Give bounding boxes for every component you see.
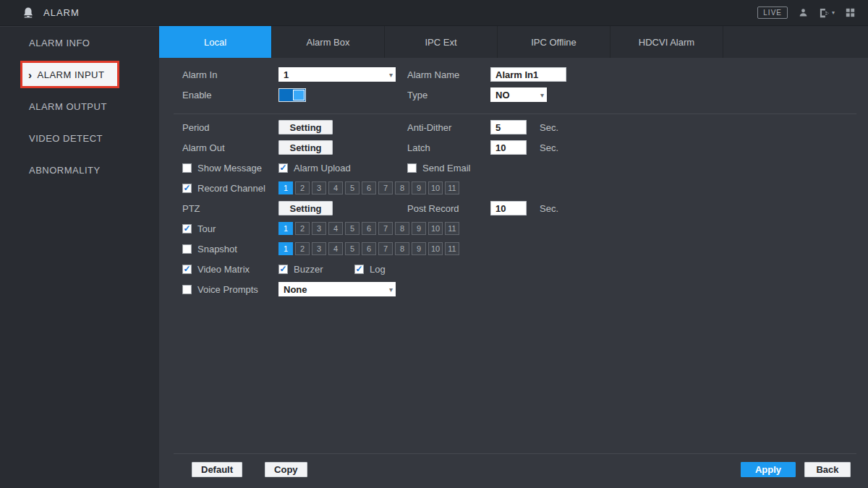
sidebar-item-label: ALARM INFO xyxy=(29,38,90,48)
alarm-out-setting-button[interactable]: Setting xyxy=(278,140,333,155)
channel-button-5[interactable]: 5 xyxy=(345,242,359,255)
log-label: Log xyxy=(370,264,386,275)
channel-button-10[interactable]: 10 xyxy=(428,181,443,194)
channel-button-7[interactable]: 7 xyxy=(378,181,393,194)
alarm-name-input[interactable] xyxy=(490,67,566,82)
send-email-checkbox[interactable] xyxy=(407,163,417,173)
channel-button-6[interactable]: 6 xyxy=(362,222,376,235)
latch-input[interactable] xyxy=(490,140,527,155)
alarm-bell-icon xyxy=(22,7,35,20)
show-message-checkbox[interactable] xyxy=(182,163,192,173)
tab-hdcvi-alarm[interactable]: HDCVI Alarm xyxy=(610,26,723,58)
channel-button-1[interactable]: 1 xyxy=(278,222,293,235)
channel-button-4[interactable]: 4 xyxy=(328,222,343,235)
channel-button-4[interactable]: 4 xyxy=(328,181,343,194)
tab-ipc-ext[interactable]: IPC Ext xyxy=(385,26,498,58)
type-value: NO xyxy=(495,90,510,100)
channel-button-11[interactable]: 11 xyxy=(445,242,459,255)
row-record-channel: Record Channel 1234567891011 xyxy=(182,178,868,198)
row-matrix-buzzer-log: Video Matrix Buzzer Log xyxy=(182,259,868,279)
channel-button-6[interactable]: 6 xyxy=(362,181,376,194)
live-button[interactable]: LIVE xyxy=(757,7,788,19)
channel-button-8[interactable]: 8 xyxy=(395,242,409,255)
channel-button-2[interactable]: 2 xyxy=(295,181,310,194)
channel-button-9[interactable]: 9 xyxy=(412,181,426,194)
channel-button-4[interactable]: 4 xyxy=(328,242,343,255)
ptz-label: PTZ xyxy=(182,203,278,214)
channel-button-11[interactable]: 11 xyxy=(445,222,459,235)
ptz-setting-button[interactable]: Setting xyxy=(278,201,333,215)
buzzer-label: Buzzer xyxy=(294,264,323,275)
back-button[interactable]: Back xyxy=(804,462,851,477)
snapshot-checkbox[interactable] xyxy=(182,244,192,254)
channel-button-2[interactable]: 2 xyxy=(295,222,310,235)
channel-button-1[interactable]: 1 xyxy=(278,181,293,194)
channel-button-5[interactable]: 5 xyxy=(345,222,359,235)
post-record-label: Post Record xyxy=(407,203,490,214)
channel-button-9[interactable]: 9 xyxy=(412,222,426,235)
alarm-upload-option: Alarm Upload xyxy=(278,163,407,174)
logout-icon[interactable]: ▾ xyxy=(819,8,835,18)
period-setting-button[interactable]: Setting xyxy=(278,120,333,134)
channel-button-7[interactable]: 7 xyxy=(378,222,393,235)
record-channel-checkbox[interactable] xyxy=(182,184,192,193)
channel-button-3[interactable]: 3 xyxy=(312,181,326,194)
channel-button-6[interactable]: 6 xyxy=(362,242,376,255)
channel-button-7[interactable]: 7 xyxy=(378,242,393,255)
sidebar-item-label: ALARM OUTPUT xyxy=(29,101,107,112)
alarm-in-dropdown[interactable]: 1 ▾ xyxy=(278,67,396,82)
channel-button-3[interactable]: 3 xyxy=(312,222,326,235)
voice-prompts-checkbox[interactable] xyxy=(182,285,192,294)
row-alarm-out: Alarm Out Setting Latch Sec. xyxy=(182,137,868,158)
copy-button[interactable]: Copy xyxy=(265,462,307,477)
user-icon[interactable] xyxy=(799,8,808,17)
sidebar-item-abnormality[interactable]: ABNORMALITY xyxy=(0,154,159,186)
channel-button-10[interactable]: 10 xyxy=(428,222,443,235)
voice-prompts-dropdown[interactable]: None ▾ xyxy=(278,282,396,296)
titlebar: ALARM LIVE ▾ xyxy=(0,0,868,26)
sidebar-item-alarm-output[interactable]: ALARM OUTPUT xyxy=(0,90,159,122)
alarm-upload-checkbox[interactable] xyxy=(278,163,288,173)
channel-button-11[interactable]: 11 xyxy=(445,181,459,194)
channel-button-5[interactable]: 5 xyxy=(345,181,359,194)
channel-button-1[interactable]: 1 xyxy=(278,242,293,255)
tour-label: Tour xyxy=(197,223,216,234)
tab-ipc-offline[interactable]: IPC Offline xyxy=(498,26,610,58)
seconds-label: Sec. xyxy=(540,142,558,153)
alarm-input-form: Alarm In 1 ▾ Alarm Name Enable xyxy=(159,58,868,299)
main-panel: Local Alarm Box IPC Ext IPC Offline HDCV… xyxy=(159,26,868,488)
record-channel-grid: 1234567891011 xyxy=(278,181,459,194)
channel-button-8[interactable]: 8 xyxy=(395,181,409,194)
tab-alarm-box[interactable]: Alarm Box xyxy=(272,26,385,58)
buzzer-checkbox[interactable] xyxy=(278,265,288,274)
send-email-label: Send Email xyxy=(422,163,470,174)
sidebar-item-label: ABNORMALITY xyxy=(29,165,101,176)
post-record-input[interactable] xyxy=(490,201,527,215)
channel-button-9[interactable]: 9 xyxy=(412,242,426,255)
snapshot-label: Snapshot xyxy=(197,244,237,254)
channel-button-10[interactable]: 10 xyxy=(428,242,443,255)
tab-local[interactable]: Local xyxy=(159,26,272,58)
apply-button[interactable]: Apply xyxy=(741,462,796,477)
channel-button-3[interactable]: 3 xyxy=(312,242,326,255)
sidebar-item-alarm-info[interactable]: ALARM INFO xyxy=(0,27,159,59)
sidebar-item-video-detect[interactable]: VIDEO DETECT xyxy=(0,122,159,154)
default-button[interactable]: Default xyxy=(192,462,242,477)
row-alarm-in: Alarm In 1 ▾ Alarm Name xyxy=(182,64,868,85)
sidebar-item-alarm-input[interactable]: › ALARM INPUT xyxy=(20,61,119,88)
log-checkbox[interactable] xyxy=(354,265,364,274)
tour-checkbox[interactable] xyxy=(182,224,192,234)
anti-dither-input[interactable] xyxy=(490,120,527,134)
enable-toggle[interactable] xyxy=(278,88,306,102)
show-message-option: Show Message xyxy=(182,163,278,174)
channel-button-8[interactable]: 8 xyxy=(395,222,409,235)
type-dropdown[interactable]: NO ▾ xyxy=(490,87,547,102)
show-message-label: Show Message xyxy=(197,163,262,174)
alarm-upload-label: Alarm Upload xyxy=(294,163,351,174)
type-label: Type xyxy=(407,90,490,100)
video-matrix-checkbox[interactable] xyxy=(182,265,192,274)
record-channel-option: Record Channel xyxy=(182,183,278,194)
row-period: Period Setting Anti-Dither Sec. xyxy=(182,117,868,137)
grid-icon[interactable] xyxy=(846,8,855,17)
channel-button-2[interactable]: 2 xyxy=(295,242,310,255)
